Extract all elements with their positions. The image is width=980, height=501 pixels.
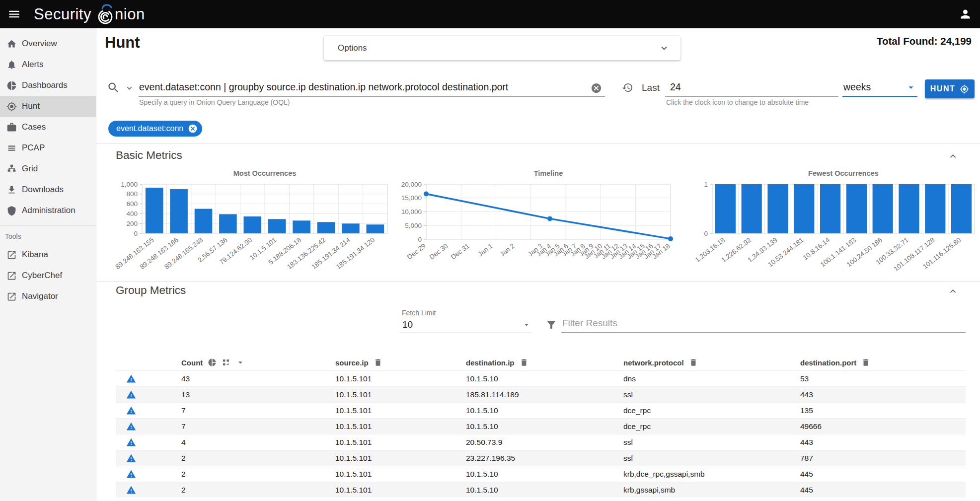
remove-column-trash-icon[interactable] <box>374 358 382 367</box>
sidebar-item-dashboards[interactable]: Dashboards <box>0 75 96 96</box>
pie-chart-toggle-icon[interactable] <box>208 358 217 367</box>
table-row[interactable]: 4310.1.5.10110.1.5.10dns53 <box>116 370 966 386</box>
cell-network_protocol[interactable]: ssl <box>623 390 800 399</box>
table-row[interactable]: 410.1.5.10120.50.73.9ssl443 <box>116 434 966 450</box>
sidebar-item-hunt[interactable]: Hunt <box>0 96 96 117</box>
remove-column-trash-icon[interactable] <box>689 358 698 367</box>
sidebar-item-pcap[interactable]: PCAP <box>0 138 96 158</box>
cell-destination_ip[interactable]: 10.1.5.10 <box>466 470 623 479</box>
cell-network_protocol[interactable]: dce_rpc <box>623 422 800 431</box>
sidebar-item-cases[interactable]: Cases <box>0 117 96 138</box>
cell-network_protocol[interactable]: ssl <box>623 454 800 463</box>
cell-count[interactable]: 13 <box>181 390 335 399</box>
hamburger-menu-icon[interactable] <box>7 7 21 21</box>
remove-column-trash-icon[interactable] <box>861 358 870 367</box>
history-clock-icon[interactable] <box>622 82 633 93</box>
sidebar-item-label: Dashboards <box>22 80 68 90</box>
cell-count[interactable]: 4 <box>181 438 335 447</box>
cell-source_ip[interactable]: 10.1.5.101 <box>335 470 466 479</box>
cell-source_ip[interactable]: 10.1.5.101 <box>335 374 466 383</box>
cell-destination_port[interactable]: 53 <box>800 374 966 383</box>
sidebar-tool-kibana[interactable]: Kibana <box>0 244 96 265</box>
sidebar-item-grid[interactable]: Grid <box>0 158 96 179</box>
warning-triangle-icon[interactable] <box>126 469 136 479</box>
warning-triangle-icon[interactable] <box>126 485 136 495</box>
cell-destination_port[interactable]: 445 <box>800 470 966 479</box>
cell-destination_port[interactable]: 445 <box>800 486 966 495</box>
cell-destination_ip[interactable]: 20.50.73.9 <box>466 438 623 447</box>
svg-text:Jan 1: Jan 1 <box>476 242 494 258</box>
cell-source_ip[interactable]: 10.1.5.101 <box>335 422 466 431</box>
warning-triangle-icon[interactable] <box>126 453 136 463</box>
search-icon[interactable] <box>107 81 120 94</box>
query-history-chevron-icon[interactable] <box>125 83 134 93</box>
collapse-basic-metrics-icon[interactable] <box>947 150 959 162</box>
cell-source_ip[interactable]: 10.1.5.101 <box>335 438 466 447</box>
sidebar-item-downloads[interactable]: Downloads <box>0 179 96 200</box>
filter-results-input[interactable] <box>561 316 966 333</box>
cell-destination_ip[interactable]: 185.81.114.189 <box>466 390 623 399</box>
cell-network_protocol[interactable]: krb,dce_rpc,gssapi,smb <box>623 470 800 479</box>
sidebar-tool-cyberchef[interactable]: CyberChef <box>0 265 96 286</box>
filter-chip[interactable]: event.dataset:conn <box>108 121 202 137</box>
cell-count[interactable]: 43 <box>181 374 335 383</box>
warning-triangle-icon[interactable] <box>126 390 136 400</box>
sidebar-item-label: Downloads <box>22 185 64 195</box>
time-value-input[interactable] <box>665 79 838 97</box>
cell-source_ip[interactable]: 10.1.5.101 <box>335 454 466 463</box>
cell-network_protocol[interactable]: dns <box>623 374 800 383</box>
logo-text-suffix: nion <box>115 5 145 23</box>
cell-network_protocol[interactable]: dce_rpc <box>623 406 800 415</box>
cell-source_ip[interactable]: 10.1.5.101 <box>335 390 466 399</box>
svg-text:0: 0 <box>134 230 138 237</box>
table-row[interactable]: 710.1.5.10110.1.5.10dce_rpc135 <box>116 402 966 418</box>
cell-count[interactable]: 2 <box>181 454 335 463</box>
table-row[interactable]: 1310.1.5.101185.81.114.189ssl443 <box>116 386 966 402</box>
cell-count[interactable]: 2 <box>181 486 335 495</box>
table-row[interactable]: 210.1.5.10110.1.5.10krb,dce_rpc,gssapi,s… <box>116 466 966 482</box>
warning-triangle-icon[interactable] <box>126 422 136 431</box>
time-unit-select[interactable]: weeks <box>842 79 917 97</box>
cell-source_ip[interactable]: 10.1.5.101 <box>335 406 466 415</box>
sidebar-tool-navigator[interactable]: Navigator <box>0 286 96 307</box>
cell-destination_port[interactable]: 49666 <box>800 422 966 431</box>
warning-triangle-icon[interactable] <box>126 437 136 447</box>
cell-count[interactable]: 7 <box>181 422 335 431</box>
table-row[interactable]: 210.1.5.10123.227.196.35ssl787 <box>116 450 966 466</box>
query-input[interactable] <box>139 79 605 97</box>
cell-network_protocol[interactable]: krb,gssapi,smb <box>623 486 800 495</box>
sidebar-item-administration[interactable]: Administration <box>0 200 96 221</box>
cell-destination_ip[interactable]: 10.1.5.10 <box>466 406 623 415</box>
cell-destination_port[interactable]: 443 <box>800 438 966 447</box>
hunt-button[interactable]: HUNT <box>925 79 975 98</box>
table-row[interactable]: 210.1.5.10110.1.5.10krb,gssapi,smb445 <box>116 482 966 498</box>
table-row[interactable]: 710.1.5.10110.1.5.10dce_rpc49666 <box>116 418 966 434</box>
chevron-down-icon[interactable] <box>659 43 670 54</box>
sidebar-item-alerts[interactable]: Alerts <box>0 54 96 75</box>
cell-network_protocol[interactable]: ssl <box>623 438 800 447</box>
warning-triangle-icon[interactable] <box>126 406 136 416</box>
options-panel-toggle[interactable]: Options <box>324 36 680 60</box>
remove-column-trash-icon[interactable] <box>520 358 528 367</box>
warning-triangle-icon[interactable] <box>126 374 136 384</box>
cell-count[interactable]: 2 <box>181 470 335 479</box>
cell-source_ip[interactable]: 10.1.5.101 <box>335 486 466 495</box>
group-by-icon[interactable] <box>222 358 230 367</box>
total-found-value: 24,199 <box>940 35 972 47</box>
cell-count[interactable]: 7 <box>181 406 335 415</box>
cell-destination_port[interactable]: 787 <box>800 454 966 463</box>
chart-type-caret-icon[interactable] <box>235 358 245 367</box>
fetch-limit-select[interactable]: 10 <box>400 318 532 333</box>
clear-query-icon[interactable] <box>591 82 602 94</box>
time-unit-value: weeks <box>843 81 871 93</box>
cell-destination_ip[interactable]: 10.1.5.10 <box>466 374 623 383</box>
sidebar-item-overview[interactable]: Overview <box>0 33 96 54</box>
cell-destination_ip[interactable]: 10.1.5.10 <box>466 486 623 495</box>
cell-destination_port[interactable]: 135 <box>800 406 966 415</box>
cell-destination_ip[interactable]: 23.227.196.35 <box>466 454 623 463</box>
user-account-icon[interactable] <box>959 7 972 21</box>
cell-destination_ip[interactable]: 10.1.5.10 <box>466 422 623 431</box>
collapse-group-metrics-icon[interactable] <box>947 286 959 297</box>
cell-destination_port[interactable]: 443 <box>800 390 966 399</box>
chip-remove-icon[interactable] <box>188 124 198 134</box>
